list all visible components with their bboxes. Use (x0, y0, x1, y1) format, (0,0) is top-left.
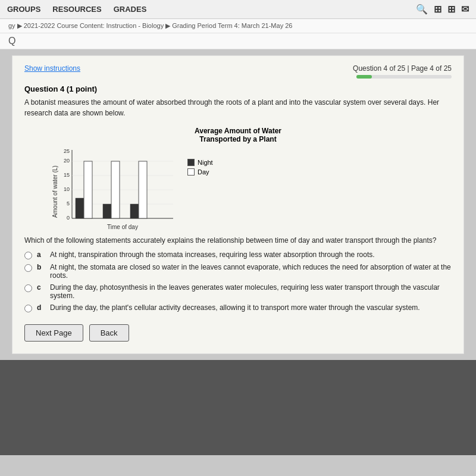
nav-grades[interactable]: GRADES (114, 5, 147, 14)
chart-title: Average Amount of Water Transported by a… (24, 127, 452, 143)
question-title: Question 4 (1 point) (24, 84, 452, 93)
option-b: b At night, the stomata are closed so wa… (24, 263, 452, 280)
progress-bar-fill (356, 75, 372, 79)
svg-text:25: 25 (64, 148, 70, 154)
legend-night-box (187, 159, 195, 166)
breadcrumb: gy ▶ 2021-2022 Course Content: Instructi… (0, 19, 476, 33)
radio-a[interactable] (24, 252, 32, 259)
svg-rect-15 (111, 161, 120, 218)
question-info-text: Question 4 of 25 | Page 4 of 25 (353, 64, 452, 73)
question-info-block: Question 4 of 25 | Page 4 of 25 (353, 64, 452, 79)
option-a: a At night, transpiration through the st… (24, 250, 452, 259)
show-instructions-link[interactable]: Show instructions (24, 64, 80, 73)
option-c: c During the day, photosynthesis in the … (24, 283, 452, 300)
button-row: Next Page Back (24, 324, 452, 342)
question-header: Show instructions Question 4 of 25 | Pag… (24, 64, 452, 79)
chart-area: Average Amount of Water Transported by a… (24, 127, 452, 236)
option-c-text: During the day, photosynthesis in the le… (50, 283, 452, 300)
search-q-icon: Q (8, 36, 15, 46)
radio-b[interactable] (24, 264, 32, 272)
chart-wrapper: Amount of water (L) 0 5 10 15 20 25 (54, 147, 179, 236)
svg-text:5: 5 (67, 201, 70, 206)
svg-text:15: 15 (64, 172, 70, 178)
search-bar: Q (0, 33, 476, 49)
option-a-label: a (37, 250, 45, 259)
svg-text:10: 10 (64, 186, 70, 192)
question-text: A botanist measures the amount of water … (24, 97, 452, 118)
back-button[interactable]: Back (89, 324, 129, 342)
apps-icon[interactable]: ⊞ (447, 4, 455, 15)
radio-d[interactable] (24, 305, 32, 312)
svg-rect-12 (76, 198, 84, 218)
svg-rect-16 (130, 204, 139, 218)
option-c-label: c (37, 283, 45, 292)
nav-groups[interactable]: GROUPS (7, 5, 40, 14)
svg-rect-17 (139, 161, 147, 218)
search-icon[interactable]: 🔍 (416, 4, 428, 15)
legend-day-box (187, 168, 195, 176)
mail-icon[interactable]: ✉ (461, 4, 469, 15)
grid-icon[interactable]: ⊞ (434, 4, 441, 15)
option-a-text: At night, transpiration through the stom… (50, 250, 375, 259)
svg-text:0: 0 (67, 215, 70, 221)
top-nav-icons: 🔍 ⊞ ⊞ ✉ (416, 4, 469, 15)
svg-rect-13 (84, 161, 92, 218)
progress-bar-container (356, 75, 452, 79)
option-d-text: During the day, the plant's cellular act… (50, 303, 420, 312)
option-b-text: At night, the stomata are closed so wate… (50, 263, 452, 280)
option-d: d During the day, the plant's cellular a… (24, 303, 452, 312)
option-b-label: b (37, 263, 45, 271)
nav-resources[interactable]: RESOURCES (52, 5, 101, 14)
svg-text:Time of day: Time of day (107, 224, 138, 230)
svg-rect-14 (103, 204, 111, 218)
next-page-button[interactable]: Next Page (24, 324, 83, 342)
legend-night: Night (187, 159, 213, 166)
question-prompt: Which of the following statements accura… (24, 236, 452, 245)
svg-text:20: 20 (64, 158, 70, 164)
legend-day: Day (187, 168, 213, 176)
main-content: Show instructions Question 4 of 25 | Pag… (12, 55, 464, 354)
bottom-bar (0, 360, 476, 455)
y-axis-label: Amount of water (L) (52, 165, 58, 218)
top-nav: GROUPS RESOURCES GRADES 🔍 ⊞ ⊞ ✉ (0, 0, 476, 19)
radio-c[interactable] (24, 284, 32, 292)
chart-svg: 0 5 10 15 20 25 (54, 147, 179, 236)
option-d-label: d (37, 303, 45, 312)
chart-legend: Night Day (187, 159, 213, 178)
options-list: a At night, transpiration through the st… (24, 250, 452, 312)
